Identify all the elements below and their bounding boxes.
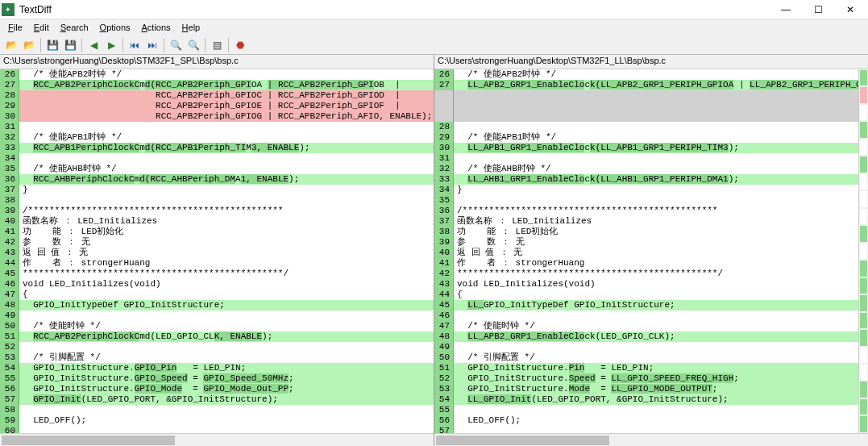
- code-line[interactable]: 33 LL_AHB1_GRP1_EnableClock(LL_AHB1_GRP1…: [434, 174, 858, 185]
- find-icon[interactable]: 🔍: [168, 37, 184, 53]
- minimap[interactable]: [858, 69, 868, 433]
- code-line[interactable]: 26 /* 使能APB2时钟 */: [0, 69, 434, 80]
- minimap-segment[interactable]: [860, 278, 867, 294]
- prev-diff-icon[interactable]: ◀: [85, 37, 102, 53]
- code-line[interactable]: 37函数名称 ： LED_Initializes: [434, 216, 858, 227]
- code-line[interactable]: 55 GPIO_InitStructure.GPIO_Speed = GPIO_…: [0, 373, 434, 384]
- open-right-icon[interactable]: 📂: [21, 37, 37, 53]
- minimap-segment[interactable]: [860, 295, 867, 311]
- menu-search[interactable]: Search: [56, 21, 93, 34]
- save-left-icon[interactable]: 💾: [44, 37, 60, 53]
- code-line[interactable]: 50 /* 引脚配置 */: [434, 352, 858, 363]
- code-line[interactable]: 53 GPIO_InitStructure.Mode = LL_GPIO_MOD…: [434, 384, 858, 394]
- minimap-segment[interactable]: [860, 330, 867, 345]
- code-line[interactable]: 36 RCC_AHBPeriphClockCmd(RCC_AHBPeriph_D…: [0, 174, 434, 185]
- code-line[interactable]: 36/*************************************…: [434, 206, 858, 216]
- code-line[interactable]: 40函数名称 ： LED_Initializes: [0, 216, 434, 227]
- code-line[interactable]: 27 LL_APB2_GRP1_EnableClock(LL_APB2_GRP1…: [434, 80, 858, 90]
- code-line[interactable]: [434, 111, 858, 122]
- stop-icon[interactable]: ⬣: [232, 37, 248, 53]
- minimap-segment[interactable]: [860, 381, 867, 397]
- code-line[interactable]: 35: [434, 195, 858, 206]
- next-diff-icon[interactable]: ▶: [103, 37, 119, 53]
- minimap-segment[interactable]: [860, 209, 867, 224]
- code-line[interactable]: 33 RCC_APB1PeriphClockCmd(RCC_APB1Periph…: [0, 143, 434, 153]
- maximize-button[interactable]: ☐: [802, 1, 834, 19]
- minimap-segment[interactable]: [860, 191, 867, 206]
- code-line[interactable]: 35 /* 使能AHB时钟 */: [0, 164, 434, 174]
- minimap-segment[interactable]: [860, 87, 867, 102]
- code-line[interactable]: 42参 数 ： 无: [0, 237, 434, 248]
- menu-actions[interactable]: Actions: [137, 21, 176, 34]
- right-code-area[interactable]: 26 /* 使能APB2时钟 */27 LL_APB2_GRP1_EnableC…: [434, 69, 858, 433]
- code-line[interactable]: 52 GPIO_InitStructure.Speed = LL_GPIO_SP…: [434, 373, 858, 384]
- code-line[interactable]: 48 GPIO_InitTypeDef GPIO_InitStructure;: [0, 300, 434, 311]
- code-line[interactable]: 38功 能 ： LED初始化: [434, 227, 858, 237]
- code-line[interactable]: 42**************************************…: [434, 269, 858, 279]
- code-line[interactable]: 48 LL_APB2_GRP1_EnableClock(LED_GPIO_CLK…: [434, 331, 858, 342]
- code-line[interactable]: 43void LED_Initializes(void): [434, 279, 858, 290]
- code-line[interactable]: 32 /* 使能AHB时钟 */: [434, 164, 858, 174]
- code-line[interactable]: [434, 90, 858, 101]
- code-line[interactable]: 47{: [0, 290, 434, 300]
- code-line[interactable]: 37}: [0, 185, 434, 195]
- code-line[interactable]: 44作 者 ： strongerHuang: [0, 258, 434, 269]
- code-line[interactable]: 29 RCC_APB2Periph_GPIOE | RCC_APB2Periph…: [0, 101, 434, 111]
- replace-icon[interactable]: 🔍: [185, 37, 201, 53]
- menu-edit[interactable]: Edit: [29, 21, 54, 34]
- code-line[interactable]: 34: [0, 153, 434, 164]
- minimap-segment[interactable]: [860, 416, 867, 431]
- code-line[interactable]: 46: [434, 311, 858, 321]
- minimap-segment[interactable]: [860, 348, 867, 363]
- minimap-segment[interactable]: [860, 140, 867, 155]
- code-line[interactable]: 58: [0, 405, 434, 415]
- code-line[interactable]: 41功 能 ： LED初始化: [0, 227, 434, 237]
- minimap-segment[interactable]: [860, 261, 867, 276]
- code-line[interactable]: 54 LL_GPIO_Init(LED_GPIO_PORT, &GPIO_Ini…: [434, 394, 858, 405]
- minimap-segment[interactable]: [860, 399, 867, 415]
- menu-file[interactable]: File: [3, 21, 27, 34]
- code-line[interactable]: 40返 回 值 ： 无: [434, 248, 858, 258]
- code-line[interactable]: 51 GPIO_InitStructure.Pin = LED_PIN;: [434, 363, 858, 373]
- open-left-icon[interactable]: 📂: [3, 37, 19, 53]
- right-scrollbar[interactable]: [434, 433, 868, 446]
- code-line[interactable]: 38: [0, 195, 434, 206]
- left-code-area[interactable]: 26 /* 使能APB2时钟 */27 RCC_APB2PeriphClockC…: [0, 69, 434, 433]
- code-line[interactable]: 47 /* 使能时钟 */: [434, 321, 858, 331]
- minimap-segment[interactable]: [860, 226, 867, 241]
- minimap-segment[interactable]: [860, 156, 867, 172]
- minimize-button[interactable]: —: [770, 1, 802, 19]
- code-line[interactable]: [434, 101, 858, 111]
- menu-options[interactable]: Options: [95, 21, 135, 34]
- report-icon[interactable]: ▤: [209, 37, 225, 53]
- close-button[interactable]: ✕: [834, 1, 866, 19]
- code-line[interactable]: 50 /* 使能时钟 */: [0, 321, 434, 331]
- minimap-segment[interactable]: [860, 70, 867, 85]
- minimap-segment[interactable]: [860, 122, 867, 137]
- code-line[interactable]: 51 RCC_APB2PeriphClockCmd(LED_GPIO_CLK, …: [0, 331, 434, 342]
- code-line[interactable]: 59 LED_OFF();: [0, 415, 434, 426]
- code-line[interactable]: 28: [434, 122, 858, 132]
- minimap-segment[interactable]: [860, 313, 867, 328]
- code-line[interactable]: 60: [0, 426, 434, 433]
- code-line[interactable]: 56 GPIO_InitStructure.GPIO_Mode = GPIO_M…: [0, 384, 434, 394]
- code-line[interactable]: 32 /* 使能APB1时钟 */: [0, 132, 434, 143]
- code-line[interactable]: 44{: [434, 290, 858, 300]
- code-line[interactable]: 57: [434, 426, 858, 433]
- minimap-segment[interactable]: [860, 244, 867, 259]
- code-line[interactable]: 27 RCC_APB2PeriphClockCmd(RCC_APB2Periph…: [0, 80, 434, 90]
- code-line[interactable]: 30 RCC_APB2Periph_GPIOG | RCC_APB2Periph…: [0, 111, 434, 122]
- code-line[interactable]: 28 RCC_APB2Periph_GPIOC | RCC_APB2Periph…: [0, 90, 434, 101]
- minimap-segment[interactable]: [860, 365, 867, 380]
- code-line[interactable]: 54 GPIO_InitStructure.GPIO_Pin = LED_PIN…: [0, 363, 434, 373]
- first-diff-icon[interactable]: ⏮: [127, 37, 143, 53]
- code-line[interactable]: 43返 回 值 ： 无: [0, 248, 434, 258]
- last-diff-icon[interactable]: ⏭: [144, 37, 160, 53]
- code-line[interactable]: 26 /* 使能APB2时钟 */: [434, 69, 858, 80]
- code-line[interactable]: 55: [434, 405, 858, 415]
- code-line[interactable]: 53 /* 引脚配置 */: [0, 352, 434, 363]
- code-line[interactable]: 49: [0, 311, 434, 321]
- code-line[interactable]: 56 LED_OFF();: [434, 415, 858, 426]
- code-line[interactable]: 29 /* 使能APB1时钟 */: [434, 132, 858, 143]
- left-scrollbar[interactable]: [0, 433, 434, 446]
